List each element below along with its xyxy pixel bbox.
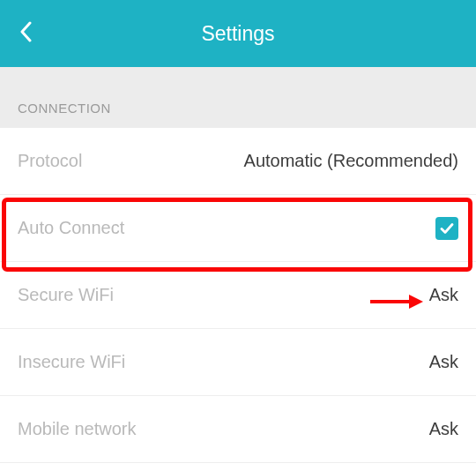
row-insecure-wifi[interactable]: Insecure WiFi Ask xyxy=(0,329,476,396)
row-value: Automatic (Recommended) xyxy=(244,151,458,171)
row-secure-wifi[interactable]: Secure WiFi Ask xyxy=(0,262,476,329)
row-label: Auto Connect xyxy=(18,218,124,238)
row-auto-connect[interactable]: Auto Connect xyxy=(0,195,476,262)
checkbox-checked-icon[interactable] xyxy=(435,217,458,240)
row-label: Secure WiFi xyxy=(18,285,114,305)
row-mobile-network[interactable]: Mobile network Ask xyxy=(0,396,476,463)
row-value: Ask xyxy=(429,419,458,439)
row-protocol[interactable]: Protocol Automatic (Recommended) xyxy=(0,128,476,195)
section-header-connection: CONNECTION xyxy=(0,67,476,128)
header-bar: Settings xyxy=(0,0,476,67)
row-value: Ask xyxy=(429,352,458,372)
page-title: Settings xyxy=(18,22,458,46)
row-label: Mobile network xyxy=(18,419,137,439)
row-label: Protocol xyxy=(18,151,82,171)
back-icon[interactable] xyxy=(19,21,32,46)
row-value: Ask xyxy=(429,285,458,305)
row-label: Insecure WiFi xyxy=(18,352,125,372)
